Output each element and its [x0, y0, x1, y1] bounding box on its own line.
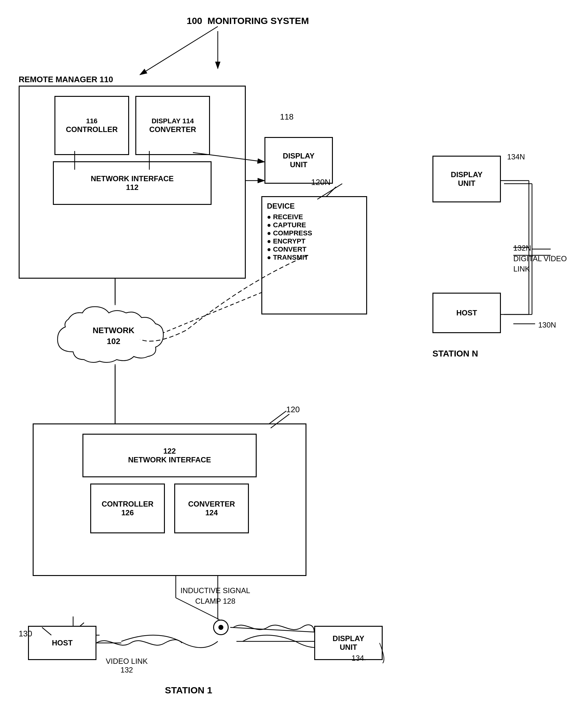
station-n-label: STATION N — [433, 349, 478, 359]
converter-124-num: 124 — [205, 508, 218, 517]
host-130-num: 130 — [19, 629, 32, 639]
device-bullet-receive: ● RECEIVE — [267, 213, 303, 221]
station1-outer-box: 122 NETWORK INTERFACE CONTROLLER 126 CON… — [33, 423, 307, 576]
network-interface-112-num: 112 — [126, 183, 139, 192]
display-unit-134-label: DISPLAYUNIT — [333, 634, 364, 652]
display-converter-box: DISPLAY 114 CONVERTER — [135, 96, 210, 155]
display-unit-134n-label: DISPLAYUNIT — [451, 170, 483, 188]
converter-124-box: CONVERTER 124 — [174, 484, 249, 533]
inductive-clamp-label: INDUCTIVE SIGNALCLAMP 128 — [181, 585, 250, 606]
host-station-n-label: HOST — [456, 308, 477, 317]
monitoring-system-label: 100 MONITORING SYSTEM — [187, 16, 342, 26]
display-unit-134-box: DISPLAYUNIT — [314, 626, 383, 660]
digital-video-link-label: 132N DIGITAL VIDEO LINK — [513, 243, 567, 274]
network-cloud: NETWORK 102 — [48, 302, 179, 364]
device-bullet-transmit: ● TRANSMIT — [267, 254, 308, 262]
network-interface-112-label: NETWORK INTERFACE — [91, 174, 174, 183]
station1-box-120-label: 120 — [286, 405, 300, 415]
display-unit-118-num: 118 — [280, 112, 293, 122]
svg-line-24 — [140, 26, 218, 75]
display-converter-num: DISPLAY 114 — [151, 117, 194, 125]
network-interface-112-box: NETWORK INTERFACE 112 — [53, 161, 212, 205]
station1-label: STATION 1 — [165, 685, 212, 695]
device-bullet-compress: ● COMPRESS — [267, 229, 312, 237]
device-bullet-convert: ● CONVERT — [267, 245, 307, 254]
display-unit-118-label: DISPLAYUNIT — [283, 152, 315, 169]
converter-124-label: CONVERTER — [188, 500, 235, 508]
network-interface-122-box: 122 NETWORK INTERFACE — [82, 434, 257, 477]
controller-126-box: CONTROLLER 126 — [90, 484, 165, 533]
host-130-label: HOST — [52, 639, 73, 647]
svg-text:102: 102 — [107, 337, 120, 346]
controller-116-box: 116 CONTROLLER — [55, 96, 129, 155]
controller-116-label: CONTROLLER — [66, 125, 118, 134]
remote-manager-box: 116 CONTROLLER DISPLAY 114 CONVERTER NET… — [19, 86, 246, 279]
inductive-clamp-circle — [213, 620, 229, 635]
display-unit-134-num: 134 — [352, 654, 364, 663]
controller-116-num: 116 — [86, 117, 98, 125]
host-130-box: HOST — [28, 626, 97, 660]
device-label: DEVICE — [267, 202, 295, 210]
video-link-label: VIDEO LINK132 — [106, 657, 148, 674]
device-box-120n-label: 120N — [311, 178, 330, 187]
controller-126-label: CONTROLLER — [102, 500, 154, 508]
svg-line-39 — [230, 627, 314, 632]
controller-126-num: 126 — [121, 508, 134, 517]
ni-122-label: NETWORK INTERFACE — [128, 456, 211, 464]
station-n-130n-label: 130N — [538, 321, 556, 329]
host-station-n-box: HOST — [433, 293, 501, 333]
device-box: DEVICE ● RECEIVE ● CAPTURE ● COMPRESS ● … — [261, 196, 367, 315]
svg-text:NETWORK: NETWORK — [93, 326, 135, 335]
ni-122-num: 122 — [163, 447, 176, 456]
device-bullet-capture: ● CAPTURE — [267, 221, 306, 229]
display-unit-134n-box: DISPLAYUNIT — [433, 156, 501, 202]
remote-manager-label: REMOTE MANAGER 110 — [19, 75, 113, 84]
device-bullet-encrypt: ● ENCRYPT — [267, 237, 306, 245]
display-unit-118-box: DISPLAYUNIT — [265, 137, 333, 184]
display-converter-label: CONVERTER — [149, 125, 196, 134]
diagram: 100 MONITORING SYSTEM REMOTE MANAGER 110… — [0, 0, 588, 727]
display-unit-134n-num: 134N — [507, 153, 525, 161]
